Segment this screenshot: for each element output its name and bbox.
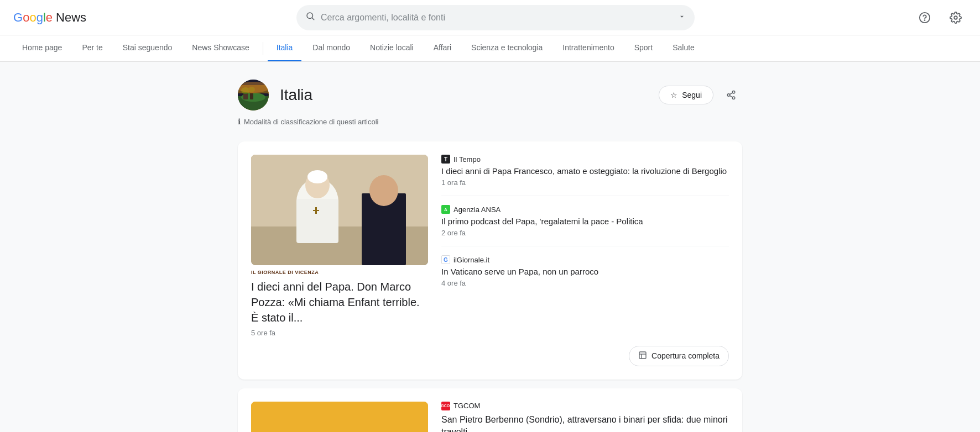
info-icon: ℹ: [238, 117, 241, 126]
main-content: Italia ☆ Segui ℹ Modalità di class: [0, 62, 980, 432]
nav-item-affari[interactable]: Affari: [425, 35, 460, 62]
side-article-2-source: A Agenzia ANSA: [441, 205, 729, 214]
header: Google News: [0, 0, 980, 35]
svg-rect-26: [313, 210, 319, 211]
svg-rect-34: [251, 402, 428, 432]
nav-item-scienza-tecnologia[interactable]: Scienza e tecnologia: [462, 35, 551, 62]
side-article-2-headline[interactable]: Il primo podcast del Papa, 'regalatemi l…: [441, 215, 729, 227]
follow-button[interactable]: ☆ Segui: [659, 86, 713, 104]
tgcom-icon: TGCOM: [441, 402, 450, 410]
svg-point-4: [954, 16, 957, 19]
cluster-2-source: TGCOM TGCOM: [441, 402, 729, 410]
svg-point-13: [238, 82, 269, 93]
side-article-3-headline[interactable]: In Vaticano serve un Papa, non un parroc…: [441, 266, 729, 277]
side-article-3-time: 4 ore fa: [441, 279, 729, 287]
side-article-1-source: T Il Tempo: [441, 155, 729, 164]
svg-line-1: [312, 18, 314, 19]
cluster-1-main-row: IL GIORNALE DI VICENZA I dieci anni del …: [251, 155, 729, 337]
main-nav: Home page Per te Stai seguendo News Show…: [0, 35, 980, 62]
search-dropdown-icon[interactable]: [678, 13, 686, 22]
cluster-1-main-headline[interactable]: I dieci anni del Papa. Don Marco Pozza: …: [251, 279, 428, 325]
ilgiornale-name: ilGiornale.it: [453, 256, 489, 264]
share-button[interactable]: [720, 84, 742, 106]
side-article-3: G ilGiornale.it In Vaticano serve un Pap…: [441, 255, 729, 287]
il-tempo-name: Il Tempo: [453, 155, 481, 164]
cluster-2-content: TGCOM TGCOM San Pietro Berbenno (Sondrio…: [441, 402, 729, 432]
svg-rect-30: [639, 352, 646, 359]
side-article-1-time: 1 ora fa: [441, 178, 729, 187]
cluster-1-image-col: IL GIORNALE DI VICENZA I dieci anni del …: [251, 155, 428, 337]
nav-item-italia[interactable]: Italia: [268, 35, 302, 62]
svg-rect-24: [296, 199, 338, 243]
cluster-1-image[interactable]: [251, 155, 428, 265]
side-article-2-time: 2 ore fa: [441, 229, 729, 237]
svg-line-17: [729, 96, 732, 97]
nav-divider: [263, 42, 263, 55]
svg-point-0: [307, 13, 313, 19]
ansa-icon: A: [441, 205, 450, 214]
il-tempo-icon: T: [441, 155, 450, 164]
nav-item-stai-seguendo[interactable]: Stai seguendo: [114, 35, 181, 62]
header-icons: [914, 7, 967, 29]
page-title-group: Italia: [238, 80, 312, 110]
article-cluster-2: TGCOM TGCOM San Pietro Berbenno (Sondrio…: [238, 388, 742, 432]
nav-item-dal-mondo[interactable]: Dal mondo: [304, 35, 359, 62]
settings-button[interactable]: [945, 7, 967, 29]
cluster-1-main-source: IL GIORNALE DI VICENZA: [251, 270, 428, 276]
full-coverage-button-1[interactable]: Copertura completa: [629, 346, 729, 366]
follow-label: Segui: [682, 91, 702, 99]
tgcom-name: TGCOM: [453, 402, 480, 410]
nav-item-sport[interactable]: Sport: [625, 35, 661, 62]
cluster-2-image[interactable]: [251, 402, 428, 432]
cluster-1-main-time: 5 ore fa: [251, 329, 428, 337]
cluster-2-main-row: TGCOM TGCOM San Pietro Berbenno (Sondrio…: [251, 402, 729, 432]
nav-item-per-te[interactable]: Per te: [73, 35, 111, 62]
help-button[interactable]: [914, 7, 936, 29]
classification-note[interactable]: ℹ Modalità di classificazione di questi …: [238, 117, 742, 126]
side-article-1: T Il Tempo I dieci anni di Papa Francesc…: [441, 155, 729, 196]
search-input[interactable]: [321, 13, 673, 23]
nav-item-homepage[interactable]: Home page: [13, 35, 71, 62]
svg-point-29: [307, 170, 327, 183]
nav-item-salute[interactable]: Salute: [664, 35, 703, 62]
page-actions: ☆ Segui: [659, 84, 742, 106]
side-article-2: A Agenzia ANSA Il primo podcast del Papa…: [441, 205, 729, 246]
page-title: Italia: [280, 86, 312, 104]
coverage-icon: [638, 351, 647, 361]
logo-google: Google: [13, 10, 53, 25]
side-article-3-source: G ilGiornale.it: [441, 255, 729, 264]
logo[interactable]: Google News: [13, 10, 86, 25]
search-bar: [296, 5, 695, 30]
search-icon: [305, 11, 315, 24]
article-cluster-1: IL GIORNALE DI VICENZA I dieci anni del …: [238, 141, 742, 380]
side-article-1-headline[interactable]: I dieci anni di Papa Francesco, amato e …: [441, 165, 729, 177]
nav-item-notizie-locali[interactable]: Notizie locali: [361, 35, 423, 62]
nav-item-news-showcase[interactable]: News Showcase: [183, 35, 258, 62]
logo-news-text: News: [56, 10, 86, 25]
ansa-name: Agenzia ANSA: [453, 206, 501, 214]
cluster-2-headline[interactable]: San Pietro Berbenno (Sondrio), attravers…: [441, 414, 729, 432]
nav-item-intrattenimento[interactable]: Intrattenimento: [554, 35, 623, 62]
svg-point-28: [369, 175, 398, 206]
svg-line-18: [729, 93, 732, 94]
cluster-1-footer: Copertura completa: [251, 346, 729, 366]
page-avatar: [238, 80, 269, 110]
page-header: Italia ☆ Segui: [238, 80, 742, 110]
source-logo-il-giornale: IL GIORNALE DI VICENZA: [251, 270, 428, 276]
ilgiornale-icon: G: [441, 255, 450, 264]
classification-text: Modalità di classificazione di questi ar…: [244, 118, 379, 126]
full-coverage-label-1: Copertura completa: [651, 351, 720, 360]
cluster-1-side-col: T Il Tempo I dieci anni di Papa Francesc…: [441, 155, 729, 287]
star-icon: ☆: [670, 91, 677, 99]
